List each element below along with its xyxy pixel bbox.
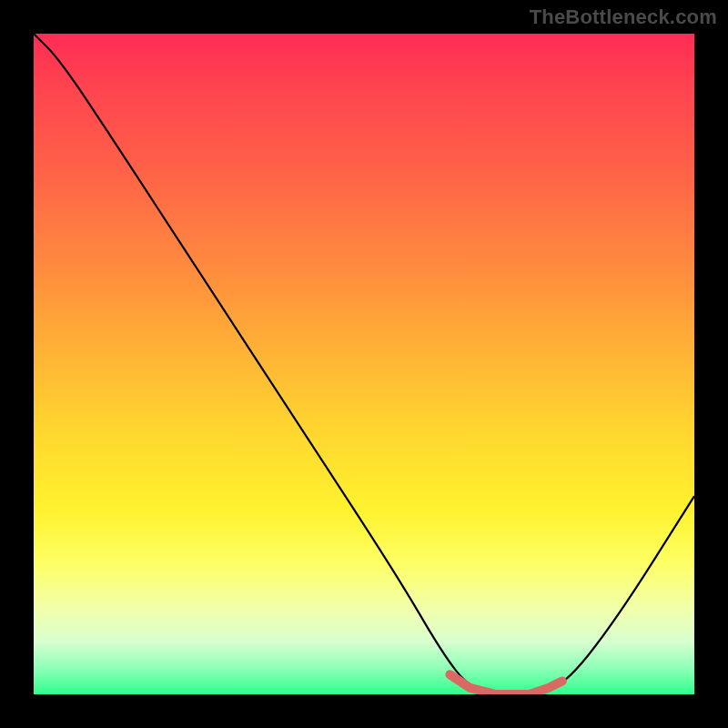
plot-area [34,34,694,694]
watermark-text: TheBottleneck.com [530,5,717,29]
chart-svg [34,34,694,694]
main-curve-line [34,34,694,694]
highlight-segment [450,674,561,694]
chart-container: TheBottleneck.com [0,0,728,728]
